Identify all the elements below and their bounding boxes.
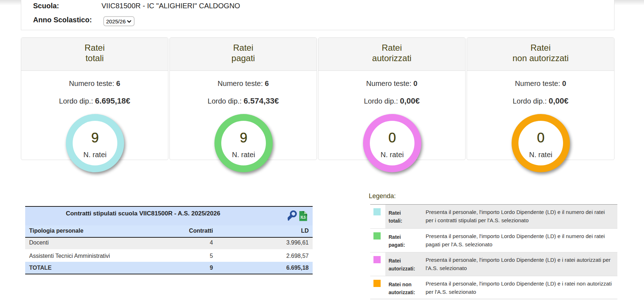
svg-text:XLS: XLS: [300, 215, 306, 219]
